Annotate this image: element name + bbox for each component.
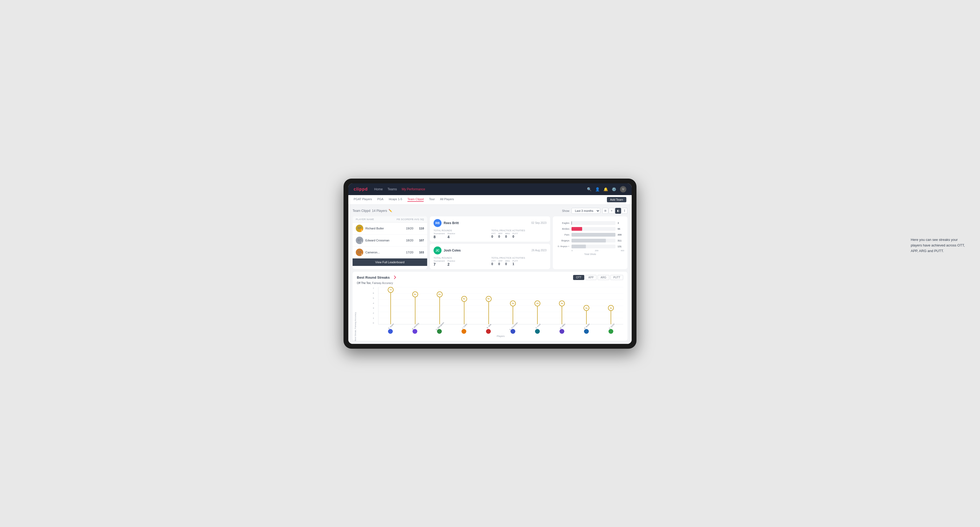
edit-icon[interactable]: ✏️ bbox=[388, 209, 392, 213]
putt-value: 0 bbox=[512, 235, 514, 238]
streak-plot-area: 7 6 5 4 3 2 1 0 bbox=[373, 287, 623, 338]
streak-filters: OTT APP ARG PUTT bbox=[573, 275, 623, 280]
pb-avg: 107 bbox=[413, 239, 424, 242]
top-navigation: clippd Home Teams My Performance 🔍 👤 🔔 ⚙… bbox=[348, 183, 632, 195]
arg-value: 0 bbox=[505, 235, 507, 238]
list-view-button[interactable]: ≡ bbox=[609, 208, 615, 214]
players-axis-label: Players bbox=[378, 335, 623, 338]
player-name-header: PLAYER NAME bbox=[356, 218, 396, 221]
arg-filter-button[interactable]: ARG bbox=[598, 275, 609, 280]
app-stat: APP 0 bbox=[498, 232, 503, 238]
activities-sub-row: OTT 0 APP 0 ARG 0 bbox=[492, 260, 546, 266]
practice-value: 2 bbox=[447, 262, 450, 267]
sub-navigation: PGAT Players PGA Hcaps 1-5 Team Clippd T… bbox=[348, 195, 632, 205]
user-avatar[interactable]: U bbox=[620, 186, 626, 192]
y-tick-3: 3 bbox=[373, 307, 378, 309]
view-icons: ⊞ ≡ ◧ ↧ bbox=[602, 208, 627, 214]
practice-label: Practice bbox=[447, 260, 455, 262]
card-stats: Total Rounds Tournament 8 Practice 4 bbox=[434, 229, 546, 239]
x-tick-400: 400 bbox=[621, 249, 624, 252]
practice-value: 4 bbox=[447, 235, 450, 239]
x-tick-200: 200 bbox=[595, 249, 598, 252]
ott-label: OTT bbox=[492, 260, 496, 262]
tab-pga[interactable]: PGA bbox=[377, 197, 383, 202]
total-rounds-group: Total Rounds Tournament 7 Practice 2 bbox=[434, 257, 488, 267]
streak-player-col: 4x bbox=[550, 287, 574, 324]
pb-avg-header: PB AVG SQ bbox=[410, 218, 424, 221]
player-info: CA 3 Cameron... bbox=[356, 249, 400, 256]
putt-filter-button[interactable]: PUTT bbox=[610, 275, 623, 280]
rank-badge-3: 3 bbox=[360, 252, 363, 256]
bar-row-birdies: Birdies 96 bbox=[556, 227, 624, 231]
settings-icon[interactable]: ⚙️ bbox=[612, 187, 616, 191]
streak-bubble: 6x bbox=[412, 291, 418, 297]
player-label-col: B. McHerg bbox=[402, 325, 427, 334]
tournament-stat: Tournament 7 bbox=[434, 260, 445, 267]
streak-line bbox=[390, 292, 391, 324]
bar-row-double-bogeys: D. Bogeys + 131 bbox=[556, 244, 624, 248]
bar-value: 96 bbox=[617, 227, 624, 230]
chart-body: 7 6 5 4 3 2 1 0 bbox=[373, 287, 623, 324]
card-date: 02 Sep 2023 bbox=[531, 221, 546, 224]
practice-activities-group: Total Practice Activities OTT 0 APP 0 bbox=[492, 257, 546, 267]
period-select[interactable]: Last 3 months bbox=[571, 208, 600, 214]
tab-all-players[interactable]: All Players bbox=[440, 197, 454, 202]
export-button[interactable]: ↧ bbox=[622, 208, 627, 214]
player-cards-panel: RB Rees Britt 02 Sep 2023 Total Rounds T… bbox=[430, 216, 550, 269]
person-icon[interactable]: 👤 bbox=[595, 187, 600, 191]
grid-view-button[interactable]: ⊞ bbox=[602, 208, 608, 214]
search-icon[interactable]: 🔍 bbox=[587, 187, 592, 191]
arg-label: ARG bbox=[505, 260, 510, 262]
ott-stat: OTT 0 bbox=[492, 232, 496, 238]
streak-bubble: 6x bbox=[437, 291, 442, 297]
bar-inner bbox=[571, 239, 606, 243]
tournament-label: Tournament bbox=[434, 232, 445, 235]
leaderboard-panel: PLAYER NAME PB SCORE PB AVG SQ RB 1 Rich… bbox=[353, 216, 427, 269]
arg-value: 0 bbox=[505, 262, 507, 266]
nav-my-performance[interactable]: My Performance bbox=[402, 187, 425, 191]
player-count: 14 Players bbox=[372, 209, 387, 213]
ott-filter-button[interactable]: OTT bbox=[573, 275, 584, 280]
tournament-value: 7 bbox=[434, 262, 436, 267]
card-player-info: JC Josh Coles bbox=[434, 246, 461, 254]
player-info: RB 1 Richard Butler bbox=[356, 225, 400, 232]
bar-label: Pars bbox=[556, 233, 570, 236]
app-value: 0 bbox=[498, 235, 500, 238]
view-full-leaderboard-button[interactable]: View Full Leaderboard bbox=[353, 259, 427, 266]
team-name: Team Clippd bbox=[353, 209, 371, 213]
y-tick-1: 1 bbox=[373, 317, 378, 319]
practice-activities-group: Total Practice Activities OTT 0 APP 0 bbox=[492, 229, 546, 239]
app-filter-button[interactable]: APP bbox=[585, 275, 597, 280]
streak-players: 7x6x6x5x5x4x4x4x3x3x bbox=[379, 287, 623, 324]
nav-teams[interactable]: Teams bbox=[387, 187, 397, 191]
y-tick-0: 0 bbox=[373, 322, 378, 324]
streak-line bbox=[513, 306, 513, 324]
bar-value: 3 bbox=[617, 222, 624, 224]
streak-player-col: 4x bbox=[525, 287, 550, 324]
practice-activities-label: Total Practice Activities bbox=[492, 229, 546, 232]
bar-outer bbox=[571, 221, 616, 225]
y-axis-area: Best Streak, Fairway Accuracy bbox=[357, 287, 373, 338]
pb-score-header: PB SCORE bbox=[396, 218, 410, 221]
streak-player-col: 5x bbox=[452, 287, 476, 324]
tab-tour[interactable]: Tour bbox=[429, 197, 434, 202]
player-label-col: D. Billingham bbox=[427, 325, 452, 334]
detail-view-button[interactable]: ◧ bbox=[615, 208, 621, 214]
add-team-button[interactable]: Add Team bbox=[607, 197, 626, 202]
streak-bubble: 4x bbox=[559, 300, 565, 306]
player-name: Cameron... bbox=[365, 251, 380, 254]
practice-label: Practice bbox=[447, 232, 455, 235]
bar-outer bbox=[571, 239, 616, 243]
player-label-col: E. Crossman bbox=[501, 325, 525, 334]
tab-team-clippd[interactable]: Team Clippd bbox=[407, 197, 424, 202]
tab-hcaps[interactable]: Hcaps 1-5 bbox=[389, 197, 402, 202]
table-row: CA 3 Cameron... 17/20 103 bbox=[353, 246, 427, 259]
card-player-name: Rees Britt bbox=[444, 221, 459, 225]
annotation-text: Here you can see streaks your players ha… bbox=[911, 237, 969, 254]
bar-value: 499 bbox=[617, 233, 624, 236]
nav-home[interactable]: Home bbox=[374, 187, 383, 191]
tab-pgat-players[interactable]: PGAT Players bbox=[354, 197, 372, 202]
nav-left: clippd Home Teams My Performance bbox=[354, 187, 425, 192]
bell-icon[interactable]: 🔔 bbox=[603, 187, 608, 191]
player-avatar-bottom bbox=[388, 329, 393, 334]
